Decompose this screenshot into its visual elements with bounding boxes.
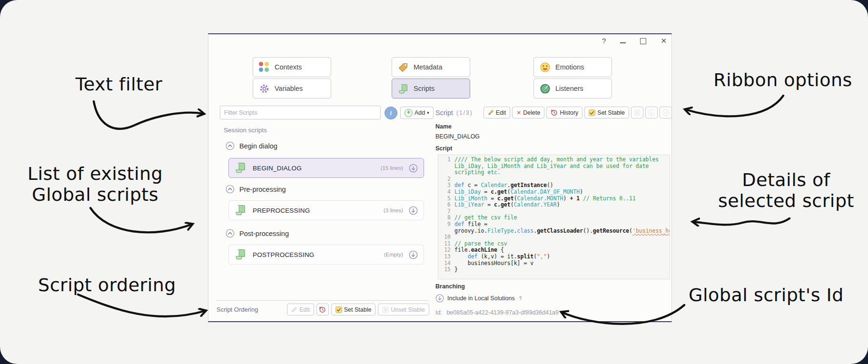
arrow-text-filter (94, 101, 204, 129)
delete-button[interactable]: ✕ Delete (512, 107, 544, 118)
add-label: Add (414, 109, 425, 116)
detail-title: Script (435, 109, 453, 117)
divider (217, 300, 429, 301)
page-canvas: ? ✕ Contexts Variables (0, 0, 868, 364)
ordering-history-button[interactable] (316, 304, 329, 315)
delete-x-icon: ✕ (516, 109, 521, 116)
ribbon-button-contexts[interactable]: Contexts (253, 57, 331, 77)
list-item-postprocessing[interactable]: POSTPROCESSING (Empty) (228, 245, 424, 265)
add-button[interactable]: + Add ▾ (400, 107, 434, 119)
delete-label: Delete (523, 109, 540, 116)
ribbon-button-metadata[interactable]: Metadata (392, 57, 470, 77)
minimize-icon[interactable] (620, 42, 626, 43)
detail-panel-header: Script (1/3) Edit ✕ Delete Histor (435, 107, 672, 118)
arrow-ribbon-options (685, 96, 783, 116)
group-title: Begin dialog (239, 142, 277, 150)
help-question-icon[interactable]: ? (519, 296, 522, 301)
scroll-icon (235, 162, 247, 174)
maximize-icon[interactable] (640, 38, 646, 44)
arrow-down-circle-icon[interactable] (409, 206, 418, 215)
code-line: 13 def (k,v) = it.split(",") (440, 254, 668, 260)
ribbon-label: Contexts (275, 63, 302, 71)
arrow-down-circle-icon (648, 109, 655, 117)
edit-label: Edit (496, 109, 506, 116)
code-line: 12file.eachLine { (440, 247, 668, 254)
history-clock-icon (551, 109, 558, 116)
script-name: POSTPROCESSING (253, 251, 315, 258)
id-label: Id: (435, 309, 442, 316)
history-label: History (560, 109, 578, 116)
arrow-list-scripts (90, 208, 192, 232)
ordering-edit-button[interactable]: Edit (287, 304, 314, 315)
session-scripts-label: Session scripts (224, 127, 267, 134)
cancel-circle-icon-button[interactable] (660, 107, 672, 118)
filter-scripts-input[interactable] (220, 106, 381, 119)
info-icon[interactable]: i (385, 107, 397, 119)
unset-stable-icon-button[interactable] (631, 107, 643, 118)
code-line: 15} (440, 266, 668, 273)
code-line: 10 (440, 234, 668, 241)
annotation-list-scripts: List of existing Global scripts (12, 163, 178, 205)
set-stable-button[interactable]: Set Stable (584, 107, 629, 118)
ribbon-button-emotions[interactable]: Emotions (533, 57, 612, 77)
ribbon-button-scripts[interactable]: Scripts (392, 79, 470, 98)
include-local-solutions-row[interactable]: Include in Local Solutions ? (435, 294, 522, 303)
list-item-begin-dialog[interactable]: BEGIN_DIALOG (15 lines) (228, 158, 424, 178)
window-titlebar: ? ✕ (602, 36, 667, 46)
checkbox-x-icon (634, 109, 641, 116)
history-button[interactable]: History (546, 107, 582, 118)
ribbon-button-listeners[interactable]: Listeners (533, 79, 612, 98)
list-item-preprocessing[interactable]: PREPROCESSING (3 lines) (228, 200, 424, 220)
ordering-unset-stable-button[interactable]: Unset Stable (378, 304, 429, 315)
group-title: Post-processing (239, 230, 289, 237)
script-name: PREPROCESSING (253, 207, 310, 214)
smiley-icon (540, 62, 551, 73)
edit-button[interactable]: Edit (483, 107, 511, 118)
plus-icon: + (404, 109, 413, 117)
close-icon[interactable]: ✕ (661, 36, 667, 46)
annotation-line: List of existing (12, 163, 178, 184)
script-ordering-bar: Script Ordering Edit (217, 304, 429, 315)
script-label: Script (435, 145, 452, 152)
script-lines-badge: (3 lines) (384, 207, 403, 213)
caret-down-icon: ▾ (427, 110, 429, 115)
contexts-icon (259, 62, 270, 73)
script-name: BEGIN_DIALOG (253, 165, 302, 172)
code-line: 11// parse the csv (440, 241, 668, 247)
arrow-down-circle-icon[interactable] (409, 250, 418, 259)
ribbon-label: Emotions (555, 63, 584, 71)
branching-label: Branching (435, 283, 465, 290)
code-line: 9def file = groovy.io.FileType.class.get… (440, 221, 668, 234)
chevron-up-icon (226, 141, 235, 150)
radar-icon (540, 83, 551, 94)
help-icon[interactable]: ? (602, 36, 606, 46)
annotation-line: selected script (710, 190, 862, 211)
annotation-script-ordering: Script ordering (31, 275, 183, 295)
checkbox-x-icon (382, 306, 389, 313)
pencil-icon (488, 109, 494, 116)
ribbon-label: Variables (275, 85, 303, 92)
group-post-processing[interactable]: Post-processing (226, 229, 289, 238)
move-down-icon-button[interactable] (645, 107, 658, 118)
scroll-icon (235, 204, 247, 216)
script-code-editor[interactable]: 1//// The below script add day, month an… (438, 155, 670, 279)
code-line: 8// get the csv file (440, 215, 668, 221)
annotation-line: Details of (710, 169, 862, 190)
tag-icon (398, 62, 409, 73)
ribbon-label: Listeners (555, 85, 583, 92)
gear-icon (259, 83, 270, 94)
annotation-global-id: Global script's Id (676, 285, 857, 305)
history-clock-icon (319, 306, 326, 313)
ribbon-button-variables[interactable]: Variables (253, 79, 331, 98)
include-label: Include in Local Solutions (447, 295, 515, 302)
group-begin-dialog[interactable]: Begin dialog (226, 141, 277, 150)
ordering-set-stable-button[interactable]: Set Stable (331, 304, 376, 315)
code-line: 3def c = Calendar.getInstance() (440, 182, 668, 189)
script-lines-badge: (Empty) (384, 252, 403, 257)
group-title: Pre-processing (239, 186, 286, 193)
annotation-ribbon-options: Ribbon options (707, 69, 859, 90)
id-value: be085a05-a422-4139-97a3-df89d36d41a9 (446, 309, 559, 316)
arrow-down-circle-icon[interactable] (409, 164, 418, 173)
group-pre-processing[interactable]: Pre-processing (226, 185, 286, 194)
code-line: 6Lib_iYear = c.get(Calendar.YEAR) (440, 202, 668, 208)
